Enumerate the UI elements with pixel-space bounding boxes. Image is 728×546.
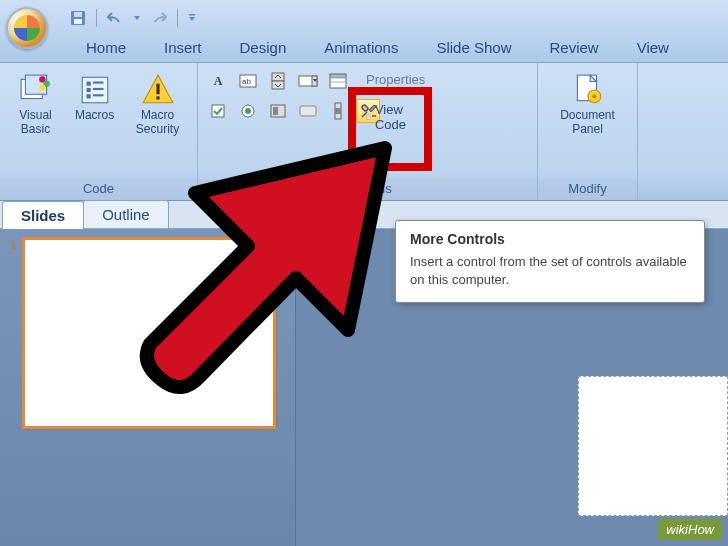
macros-button[interactable]: Macros: [67, 69, 122, 123]
group-code: Visual Basic Macros Macro Security Code: [0, 63, 198, 200]
undo-dropdown-icon[interactable]: [133, 10, 141, 26]
svg-text:ab: ab: [242, 77, 251, 86]
view-code-icon: [366, 110, 371, 124]
ribbon-tabs: Home Insert Design Animations Slide Show…: [0, 35, 728, 63]
tab-view[interactable]: View: [621, 35, 685, 62]
svg-rect-2: [74, 19, 82, 24]
command-control-icon[interactable]: [296, 99, 320, 123]
properties-button[interactable]: Properties: [356, 69, 412, 90]
watermark: wikiHow: [658, 519, 722, 540]
tooltip: More Controls Insert a control from the …: [395, 220, 705, 303]
qat-customize-icon[interactable]: [188, 10, 196, 26]
svg-rect-27: [330, 74, 346, 78]
svg-rect-17: [156, 96, 159, 99]
tab-slide-show[interactable]: Slide Show: [420, 35, 527, 62]
document-panel-icon: [571, 73, 605, 107]
tab-insert[interactable]: Insert: [148, 35, 218, 62]
properties-label: Properties: [366, 72, 425, 87]
svg-rect-31: [212, 105, 224, 117]
tooltip-body: Insert a control from the set of control…: [410, 253, 690, 288]
svg-rect-36: [300, 106, 316, 116]
svg-rect-16: [156, 84, 159, 95]
svg-rect-13: [92, 88, 103, 90]
svg-point-8: [39, 85, 45, 91]
visual-basic-label: Visual Basic: [8, 109, 63, 137]
visual-basic-button[interactable]: Visual Basic: [8, 69, 63, 137]
viewcode-cell: View Code: [386, 99, 412, 125]
listbox-control-icon[interactable]: [326, 69, 350, 93]
svg-rect-14: [86, 94, 90, 98]
group-code-label: Code: [0, 179, 197, 200]
svg-point-47: [592, 94, 596, 98]
svg-rect-21: [272, 81, 284, 89]
option-control-icon[interactable]: [236, 99, 260, 123]
visual-basic-icon: [19, 73, 53, 107]
svg-rect-15: [92, 94, 103, 96]
tab-review[interactable]: Review: [533, 35, 614, 62]
controls-grid: A ab Properties View Code: [206, 69, 412, 125]
title-bar: [0, 0, 728, 35]
qat-separator: [177, 9, 178, 27]
svg-rect-10: [86, 82, 90, 86]
scrollbar-control-icon[interactable]: [326, 99, 350, 123]
slide-thumbnail-wrap[interactable]: 1: [10, 239, 285, 427]
quick-access-toolbar: [70, 9, 196, 27]
tooltip-title: More Controls: [410, 231, 690, 247]
combobox-control-icon[interactable]: [296, 69, 320, 93]
svg-rect-12: [86, 88, 90, 92]
svg-rect-3: [189, 14, 195, 16]
label-control-icon[interactable]: A: [206, 69, 230, 93]
svg-rect-35: [273, 107, 278, 115]
group-controls-label: Controls: [198, 179, 537, 200]
undo-icon[interactable]: [107, 10, 123, 26]
svg-rect-11: [92, 82, 103, 84]
svg-rect-20: [272, 73, 284, 81]
save-icon[interactable]: [70, 10, 86, 26]
checkbox-control-icon[interactable]: [206, 99, 230, 123]
view-code-label: View Code: [375, 102, 406, 132]
redo-icon[interactable]: [151, 10, 167, 26]
qat-separator: [96, 9, 97, 27]
slide-thumbnail[interactable]: [24, 239, 274, 427]
slide-panel: 1: [0, 229, 296, 546]
macro-security-label: Macro Security: [126, 109, 189, 137]
svg-point-33: [245, 108, 251, 114]
group-modify: Document Panel Modify: [538, 63, 638, 200]
textbox-control-icon[interactable]: ab: [236, 69, 260, 93]
tab-home[interactable]: Home: [70, 35, 142, 62]
group-modify-label: Modify: [538, 179, 637, 200]
slide-number: 1: [10, 239, 24, 427]
warning-icon: [141, 73, 175, 107]
macros-label: Macros: [75, 109, 114, 123]
macro-security-button[interactable]: Macro Security: [126, 69, 189, 137]
tab-design[interactable]: Design: [224, 35, 303, 62]
ribbon: Visual Basic Macros Macro Security Code …: [0, 63, 728, 201]
document-panel-button[interactable]: Document Panel: [548, 69, 628, 137]
slides-tab[interactable]: Slides: [2, 201, 84, 229]
group-controls: A ab Properties View Code Controls: [198, 63, 538, 200]
document-panel-label: Document Panel: [548, 109, 628, 137]
outline-tab[interactable]: Outline: [83, 200, 169, 228]
view-code-button[interactable]: View Code: [360, 99, 412, 135]
tab-animations[interactable]: Animations: [308, 35, 414, 62]
svg-rect-1: [74, 12, 82, 17]
toggle-control-icon[interactable]: [266, 99, 290, 123]
office-button[interactable]: [6, 7, 48, 49]
svg-rect-38: [335, 108, 341, 114]
macros-icon: [78, 73, 112, 107]
spin-control-icon[interactable]: [266, 69, 290, 93]
properties-cell: Properties: [356, 69, 412, 95]
slide-canvas[interactable]: [578, 376, 728, 516]
